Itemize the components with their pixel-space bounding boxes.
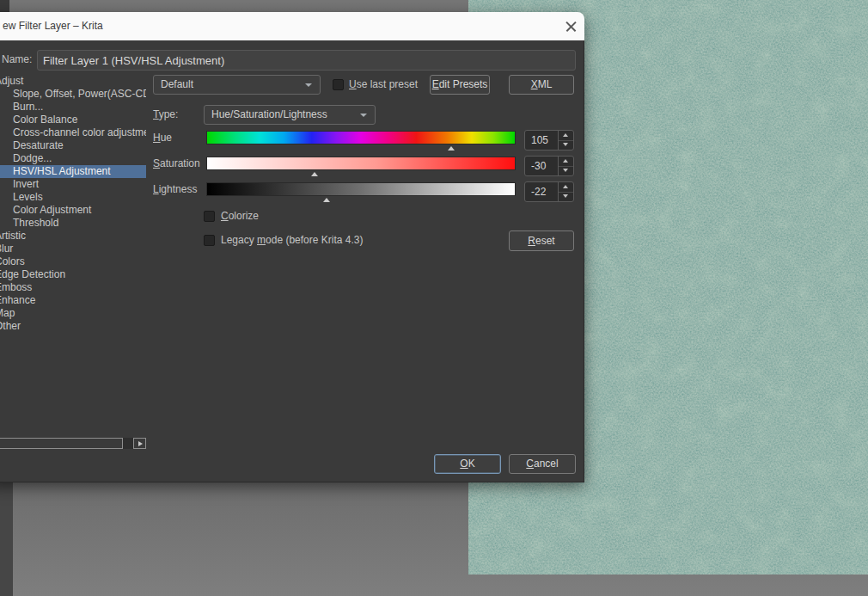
saturation-gradient-bar[interactable] — [206, 157, 516, 170]
lightness-slider-handle[interactable] — [323, 198, 330, 202]
dialog-title: ew Filter Layer – Krita — [3, 12, 103, 40]
lightness-label: Lightness — [153, 182, 197, 196]
dialog-titlebar[interactable]: ew Filter Layer – Krita — [0, 12, 584, 40]
saturation-value: -30 — [531, 157, 546, 175]
preset-combobox-value: Default — [161, 76, 193, 94]
hue-label: Hue — [153, 131, 172, 144]
colorize-checkbox[interactable] — [204, 211, 215, 222]
tree-horizontal-scrollbar[interactable] — [0, 438, 146, 449]
lightness-value: -22 — [531, 182, 546, 201]
saturation-label: Saturation — [153, 157, 200, 170]
lightness-gradient-bar[interactable] — [206, 182, 516, 196]
spin-arrows — [558, 182, 573, 201]
spin-down-button[interactable] — [559, 166, 573, 175]
spin-arrows — [558, 131, 573, 150]
hue-gradient-bar[interactable] — [206, 131, 516, 144]
list-item[interactable]: Slope, Offset, Power(ASC-CDL) — [0, 88, 146, 101]
list-item[interactable]: Dodge... — [0, 152, 146, 165]
xml-button[interactable]: XML — [509, 75, 574, 95]
saturation-slider[interactable] — [206, 157, 516, 177]
filter-category-tree: AdjustSlope, Offset, Power(ASC-CDL)Burn.… — [0, 75, 146, 436]
hue-slider[interactable] — [206, 131, 516, 151]
chevron-down-icon — [360, 114, 367, 117]
edit-presets-button[interactable]: Edit Presets — [430, 75, 490, 95]
saturation-slider-handle[interactable] — [311, 172, 318, 176]
scrollbar-right-arrow-button[interactable] — [133, 438, 146, 449]
list-item[interactable]: Color Adjustment — [0, 204, 146, 217]
ok-button[interactable]: OK — [434, 454, 501, 474]
type-label: Type: — [153, 105, 178, 125]
spin-down-button[interactable] — [559, 192, 573, 201]
close-icon[interactable] — [565, 21, 578, 33]
preset-combobox[interactable]: Default — [153, 75, 321, 95]
saturation-spinbox[interactable]: -30 — [524, 156, 574, 176]
colorize-label[interactable]: Colorize — [221, 206, 259, 226]
new-filter-layer-dialog: ew Filter Layer – Krita Name: AdjustSlop… — [0, 12, 584, 482]
chevron-down-icon — [305, 83, 312, 87]
lightness-spinbox[interactable]: -22 — [524, 181, 574, 202]
type-combobox-value: Hue/Saturation/Lightness — [211, 106, 327, 124]
list-item[interactable]: Emboss — [0, 281, 146, 294]
legacy-mode-label[interactable]: Legacy mode (before Krita 4.3) — [221, 230, 363, 250]
list-item[interactable]: Invert — [0, 178, 146, 191]
list-item[interactable]: Colors — [0, 255, 146, 268]
layer-name-input[interactable] — [37, 50, 576, 71]
name-label: Name: — [2, 49, 32, 70]
left-dock-cap — [0, 0, 9, 13]
scrollbar-thumb[interactable] — [0, 438, 123, 449]
cancel-button[interactable]: Cancel — [509, 454, 576, 474]
use-last-preset-label[interactable]: Use last preset — [349, 75, 418, 95]
list-item[interactable]: Color Balance — [0, 114, 146, 126]
list-item[interactable]: Other — [0, 320, 146, 333]
list-item[interactable]: Threshold — [0, 217, 146, 230]
list-item[interactable]: Map — [0, 307, 146, 320]
list-item[interactable]: Blur — [0, 243, 146, 255]
list-item[interactable]: Cross-channel color adjustment — [0, 126, 146, 139]
list-item[interactable]: Edge Detection — [0, 268, 146, 281]
use-last-preset-checkbox[interactable] — [333, 79, 344, 90]
right-arrow-icon — [138, 441, 143, 446]
spin-down-button[interactable] — [559, 140, 573, 150]
list-item[interactable]: Adjust — [0, 75, 146, 88]
list-item[interactable]: Artistic — [0, 230, 146, 243]
hue-spinbox[interactable]: 105 — [524, 130, 574, 151]
reset-button[interactable]: Reset — [509, 230, 574, 251]
type-combobox[interactable]: Hue/Saturation/Lightness — [204, 105, 376, 125]
list-item[interactable]: HSV/HSL Adjustment — [0, 165, 146, 178]
hue-value: 105 — [531, 131, 548, 150]
list-item[interactable]: Levels — [0, 191, 146, 204]
list-item[interactable]: Enhance — [0, 294, 146, 307]
legacy-mode-checkbox[interactable] — [204, 235, 215, 246]
lightness-slider[interactable] — [206, 182, 516, 203]
list-item[interactable]: Burn... — [0, 101, 146, 114]
list-item[interactable]: Desaturate — [0, 139, 146, 152]
hue-slider-handle[interactable] — [448, 146, 455, 151]
spin-arrows — [558, 157, 573, 175]
